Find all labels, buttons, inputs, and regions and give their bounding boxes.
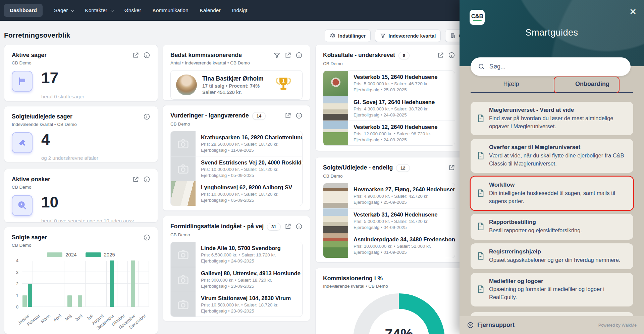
card-subtitle: CB Demo bbox=[323, 174, 455, 179]
info-icon[interactable] bbox=[143, 234, 150, 241]
smartguides-title: Smartguides bbox=[460, 28, 644, 38]
info-icon[interactable] bbox=[143, 113, 150, 120]
guide-overfor-sager[interactable]: Overfør sager til MægleruniversetVærd at… bbox=[471, 139, 633, 173]
guide-mediefiler[interactable]: Mediefiler og logoerOpsætning og formate… bbox=[471, 273, 633, 306]
property-type-date: Ejerboligsalg • 24-09-2025 bbox=[201, 258, 281, 264]
property-row[interactable]: Vesterkøb 15, 2640 HedehusenePris: 5.000… bbox=[323, 71, 455, 96]
external-link-icon[interactable] bbox=[132, 52, 139, 59]
y-tick-label: 1 bbox=[16, 293, 18, 298]
guide-rapportbestilling[interactable]: RapportbestillingBestil rapporter og eje… bbox=[471, 214, 633, 240]
close-icon[interactable]: ✕ bbox=[629, 7, 637, 17]
trophy-icon: 1 bbox=[275, 76, 292, 94]
external-link-icon[interactable] bbox=[437, 52, 444, 59]
property-row[interactable]: Gallevej 80, Utterslev, 4913 HorslundePr… bbox=[171, 267, 302, 292]
card-subtitle: Antal • Indeværende kvartal • CB Demo bbox=[170, 60, 303, 65]
card-bedst-kommissionerende: Bedst kommissionerende Antal • Indeværen… bbox=[163, 45, 310, 101]
cb-logo: C&B bbox=[470, 10, 485, 25]
quarter-filter-button[interactable]: Indeværende kvartal bbox=[375, 30, 441, 42]
info-icon[interactable] bbox=[296, 112, 303, 119]
guide-desc: Opsætning og formater til mediefiler og … bbox=[489, 285, 627, 301]
remote-support-button[interactable]: Fjernsupport bbox=[467, 322, 515, 329]
property-row[interactable]: Lyngholmsvej 62, 9200 Aalborg SVPris: 10… bbox=[171, 181, 302, 206]
y-tick-label: 0 bbox=[16, 304, 18, 309]
nav-label: Kommunikation bbox=[153, 7, 189, 13]
legend-label: 2024 bbox=[65, 252, 76, 257]
bar-group bbox=[128, 261, 139, 307]
nav-item-dashboard[interactable]: Dashboard bbox=[4, 4, 43, 17]
document-icon bbox=[475, 285, 485, 294]
count-badge: 12 bbox=[396, 164, 410, 172]
property-row[interactable]: Gl. Søvej 17, 2640 HedehusenePris: 4.300… bbox=[323, 96, 455, 121]
guide-desc: Værd at vide, når du skal flytte dine ej… bbox=[489, 152, 627, 168]
property-type-date: Ejerboligsalg • 24-09-2025 bbox=[354, 137, 437, 142]
page-title: Forretningsoverblik bbox=[4, 31, 70, 39]
external-link-icon[interactable] bbox=[284, 112, 291, 119]
nav-item-kommunikation[interactable]: Kommunikation bbox=[153, 7, 189, 13]
property-row[interactable]: Vesterkøb 31, 2640 HedehusenePris: 5.000… bbox=[323, 208, 455, 233]
property-title: Virum Stationsvej 104, 2830 Virum bbox=[201, 295, 291, 301]
filter-icon[interactable] bbox=[273, 52, 280, 59]
guide-title: Workflow bbox=[489, 181, 627, 189]
guide-desc: Opsæt sagsskabeloner og gør din hverdag … bbox=[489, 256, 621, 264]
bar-group bbox=[33, 261, 44, 307]
external-link-icon[interactable] bbox=[284, 52, 291, 59]
nav-item-sager[interactable]: Sager bbox=[54, 7, 73, 13]
property-row[interactable]: Hovmarken 27, Fløng, 2640 HedehusenePris… bbox=[323, 183, 455, 208]
nav-label: Indsigt bbox=[232, 7, 248, 13]
property-row[interactable]: Svend Estridsens Vej 20, 4000 RoskildePr… bbox=[171, 156, 302, 181]
chart-legend: 2024 2025 bbox=[12, 252, 150, 257]
settings-button[interactable]: Indstillinger bbox=[325, 30, 371, 42]
property-row[interactable]: Vesterkøb 12, 2640 HedehusenePris: 12.00… bbox=[323, 121, 455, 145]
settings-label: Indstillinger bbox=[338, 33, 366, 39]
info-icon[interactable] bbox=[448, 52, 455, 59]
top-agent-row[interactable]: Tina Bastkjær Ørholm 17 til salg • Proce… bbox=[170, 70, 303, 100]
camera-icon bbox=[171, 131, 196, 156]
property-price: Pris: 10.000.000 kr. • Salær: 52.000 kr. bbox=[354, 244, 455, 249]
tab-hjaelp[interactable]: Hjælp bbox=[471, 81, 552, 88]
external-link-icon[interactable] bbox=[132, 176, 139, 183]
external-link-icon[interactable] bbox=[448, 164, 455, 171]
card-solgte-endelig: Solgte/Udlejede - endelig 12 CB Demo Hov… bbox=[315, 157, 463, 263]
property-row[interactable]: Virum Stationsvej 104, 2830 VirumPris: 1… bbox=[171, 292, 302, 317]
toolbar: Indstillinger Indeværende kvartal CB D bbox=[325, 30, 476, 42]
info-icon[interactable] bbox=[143, 176, 150, 183]
agent-stats: 17 til salg • Procent: 74% bbox=[202, 83, 264, 89]
document-icon bbox=[475, 151, 485, 160]
info-icon[interactable] bbox=[143, 52, 150, 59]
info-icon[interactable] bbox=[296, 52, 303, 59]
legend-swatch-2025 bbox=[86, 252, 101, 257]
nav-item-indsigt[interactable]: Indsigt bbox=[232, 7, 248, 13]
guide-registreringshjaelp[interactable]: RegistreringshjælpOpsæt sagsskabeloner o… bbox=[471, 243, 633, 269]
property-type-date: Ejerboligsalg • 11-09-2025 bbox=[201, 148, 302, 153]
property-row[interactable]: Krathusparken 16, 2920 CharlottenlundPri… bbox=[171, 131, 302, 156]
camera-icon bbox=[171, 242, 196, 267]
stat-note: heraf 0 nye seneste uge og 10 uden ansv.… bbox=[41, 218, 150, 223]
nav-item-kalender[interactable]: Kalender bbox=[200, 7, 221, 13]
property-title: Svend Estridsens Vej 20, 4000 Roskilde bbox=[201, 159, 302, 166]
bar-chart-y-axis: 01234 bbox=[12, 258, 19, 310]
nav-item-kontakter[interactable]: Kontakter bbox=[85, 7, 113, 13]
guide-title: Mægleruniverset - Værd at vide bbox=[489, 106, 627, 114]
search-input[interactable] bbox=[489, 63, 623, 70]
external-link-icon[interactable] bbox=[284, 223, 291, 230]
property-photo bbox=[171, 181, 196, 206]
property-photo bbox=[323, 233, 348, 258]
property-title: Vesterkøb 31, 2640 Hedehusene bbox=[354, 211, 437, 218]
info-icon[interactable] bbox=[296, 223, 303, 230]
guide-workflow[interactable]: WorkflowDin intelligente huskeseddel til… bbox=[471, 177, 633, 210]
property-row[interactable]: Asminderødgade 34, 3480 FredensborgPris:… bbox=[323, 233, 455, 258]
bar-group bbox=[64, 261, 75, 307]
property-type-date: Ejerboligsalg • 04-09-2025 bbox=[354, 225, 437, 230]
property-type-date: Ejerboligsalg • 01-09-2025 bbox=[354, 250, 455, 255]
tab-onboarding[interactable]: Onboarding bbox=[552, 81, 633, 88]
nav-item-onsker[interactable]: Ønsker bbox=[124, 7, 141, 13]
donut-value: 74% bbox=[353, 326, 445, 334]
property-photo bbox=[323, 96, 348, 121]
count-badge: 31 bbox=[267, 223, 280, 231]
y-tick-label: 4 bbox=[16, 258, 18, 263]
property-row[interactable]: Linde Alle 10, 5700 SvendborgPris: 6.500… bbox=[171, 242, 302, 267]
guide-maegleruniverset[interactable]: Mægleruniverset - Værd at videFind svar … bbox=[471, 102, 633, 135]
document-icon bbox=[475, 222, 485, 231]
property-title: Hovmarken 27, Fløng, 2640 Hedehusene bbox=[354, 186, 455, 193]
bar-group bbox=[22, 261, 33, 307]
